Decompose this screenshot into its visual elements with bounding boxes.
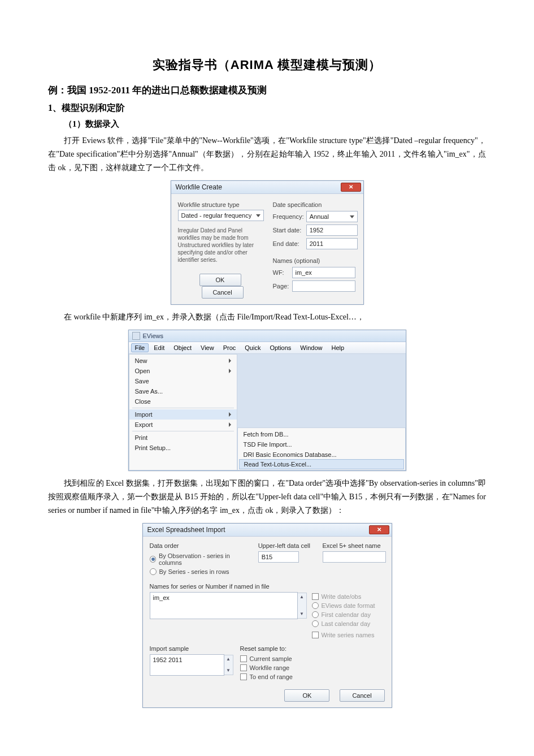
wf-name-input[interactable]: im_ex — [292, 267, 355, 278]
excel-import-dialog: Excel Spreadsheet Import ✕ Data order By… — [142, 523, 392, 708]
start-date-input[interactable]: 1952 — [306, 224, 358, 236]
import-sample-input[interactable]: 1952 2011 ▲ ▼ — [150, 654, 224, 676]
menu-options[interactable]: Options — [266, 343, 295, 352]
menu-file[interactable]: File — [131, 343, 149, 352]
submenu-arrow-icon — [229, 412, 231, 417]
radio-icon — [312, 602, 319, 609]
up-arrow-icon[interactable]: ▲ — [224, 655, 233, 663]
menu-item-print[interactable]: Print — [129, 433, 237, 443]
menu-item-save-as[interactable]: Save As... — [129, 386, 237, 396]
page-label: Page: — [273, 283, 290, 290]
structure-type-select[interactable]: Dated - regular frequency — [178, 210, 264, 221]
submenu-arrow-icon — [229, 422, 231, 427]
section-1-heading: 1、模型识别和定阶 — [48, 102, 486, 114]
paragraph-1: 打开 Eviews 软件，选择"File"菜单中的"New--Workfile"… — [48, 134, 486, 175]
frequency-label: Frequency: — [273, 213, 304, 220]
menu-item-close[interactable]: Close — [129, 396, 237, 407]
app-icon — [132, 332, 140, 340]
check-write-series-names[interactable]: Write series names — [312, 632, 375, 638]
cancel-button[interactable]: Cancel — [340, 689, 385, 702]
cancel-button[interactable]: Cancel — [202, 286, 244, 299]
end-date-label: End date: — [273, 240, 304, 247]
upper-left-cell-input[interactable]: B15 — [258, 551, 299, 563]
subsection-1-1-heading: （1）数据录入 — [64, 119, 486, 129]
radio-icon — [150, 568, 157, 575]
radio-icon — [312, 611, 319, 618]
radio-first-calendar[interactable]: First calendar day — [312, 611, 375, 618]
frequency-select[interactable]: Annual — [306, 211, 358, 222]
check-write-dateobs[interactable]: Write date/obs — [312, 593, 375, 600]
menu-separator — [132, 431, 234, 431]
import-sample-label: Import sample — [150, 645, 229, 652]
example-heading: 例：我国 1952-2011 年的进出口总额数据建模及预测 — [48, 84, 486, 97]
sheet-name-input[interactable] — [323, 551, 386, 563]
scroll-control[interactable]: ▲ ▼ — [298, 593, 307, 619]
page-name-input[interactable] — [292, 280, 355, 292]
checkbox-icon — [312, 632, 319, 638]
ok-button[interactable]: OK — [284, 689, 329, 702]
document-page: 实验指导书（ARIMA 模型建模与预测） 例：我国 1952-2011 年的进出… — [0, 0, 534, 748]
figure-workfile-create: Workfile Create ✕ Workfile structure typ… — [48, 180, 486, 305]
menu-object[interactable]: Object — [170, 343, 196, 352]
paragraph-3: 找到相应的 Excel 数据集，打开数据集，出现如下图的窗口，在"Data or… — [48, 477, 486, 517]
window-title-bar: EViews — [129, 330, 406, 342]
menu-proc[interactable]: Proc — [219, 343, 240, 352]
submenu-item-tsd-file-import[interactable]: TSD File Import... — [238, 439, 405, 450]
paragraph-2: 在 workfile 中新建序列 im_ex，并录入数据（点击 File/Imp… — [48, 310, 486, 324]
menu-item-import[interactable]: Import — [129, 409, 237, 420]
submenu-arrow-icon — [229, 369, 231, 373]
import-submenu: Fetch from DB...TSD File Import...DRI Ba… — [237, 427, 406, 470]
end-date-input[interactable]: 2011 — [306, 238, 358, 249]
close-icon[interactable]: ✕ — [341, 183, 361, 192]
eviews-window: EViews FileEditObjectViewProcQuickOption… — [128, 330, 406, 471]
menu-help[interactable]: Help — [327, 343, 348, 352]
dialog-title-bar: Excel Spreadsheet Import ✕ — [143, 524, 392, 537]
radio-eviews-format[interactable]: EViews date format — [312, 602, 375, 609]
down-arrow-icon[interactable]: ▼ — [224, 667, 233, 675]
dialog-title-bar: Workfile Create ✕ — [171, 181, 363, 194]
submenu-item-dri-basic-economics-database[interactable]: DRI Basic Economics Database... — [238, 450, 405, 460]
down-arrow-icon[interactable]: ▼ — [298, 610, 306, 618]
scroll-control[interactable]: ▲ ▼ — [224, 655, 233, 675]
close-icon[interactable]: ✕ — [369, 525, 389, 534]
check-current-sample[interactable]: Current sample — [240, 655, 293, 662]
menu-item-save[interactable]: Save — [129, 376, 237, 386]
checkbox-icon — [312, 593, 319, 600]
start-date-label: Start date: — [273, 227, 304, 234]
menu-bar: FileEditObjectViewProcQuickOptionsWindow… — [129, 342, 406, 354]
menu-window[interactable]: Window — [296, 343, 326, 352]
names-optional-label: Names (optional) — [273, 257, 358, 264]
dialog-title: Workfile Create — [176, 183, 222, 191]
figure-eviews-menu: EViews FileEditObjectViewProcQuickOption… — [48, 330, 486, 471]
checkbox-icon — [240, 673, 247, 680]
up-arrow-icon[interactable]: ▲ — [298, 593, 306, 601]
series-names-input[interactable]: im_ex ▲ ▼ — [150, 592, 298, 619]
menu-item-open[interactable]: Open — [129, 366, 237, 376]
menu-edit[interactable]: Edit — [150, 343, 168, 352]
radio-by-series[interactable]: By Series - series in rows — [150, 568, 249, 575]
window-title: EViews — [143, 330, 163, 342]
structure-type-label: Workfile structure type — [178, 201, 263, 208]
submenu-arrow-icon — [229, 358, 231, 363]
menu-separator — [132, 408, 234, 408]
wf-label: WF: — [273, 269, 290, 276]
menu-quick[interactable]: Quick — [241, 343, 264, 352]
submenu-item-fetch-from-db[interactable]: Fetch from DB... — [238, 429, 405, 439]
checkbox-icon — [240, 664, 247, 671]
workfile-create-dialog: Workfile Create ✕ Workfile structure typ… — [171, 180, 364, 305]
check-end-of-range[interactable]: To end of range — [240, 673, 293, 680]
ok-button[interactable]: OK — [199, 274, 241, 286]
checkbox-icon — [240, 655, 247, 662]
radio-last-calendar[interactable]: Last calendar day — [312, 620, 375, 627]
menu-item-new[interactable]: New — [129, 356, 237, 366]
date-spec-label: Date specification — [273, 201, 358, 208]
radio-icon — [150, 556, 156, 563]
menu-item-print-setup[interactable]: Print Setup... — [129, 443, 237, 453]
menu-item-export[interactable]: Export — [129, 420, 237, 430]
chevron-down-icon — [256, 214, 261, 217]
radio-by-observation[interactable]: By Observation - series in columns — [150, 552, 249, 566]
radio-icon — [312, 620, 319, 627]
check-workfile-range[interactable]: Workfile range — [240, 664, 293, 671]
menu-view[interactable]: View — [197, 343, 218, 352]
submenu-item-read-text-lotus-excel[interactable]: Read Text-Lotus-Excel... — [239, 459, 404, 469]
